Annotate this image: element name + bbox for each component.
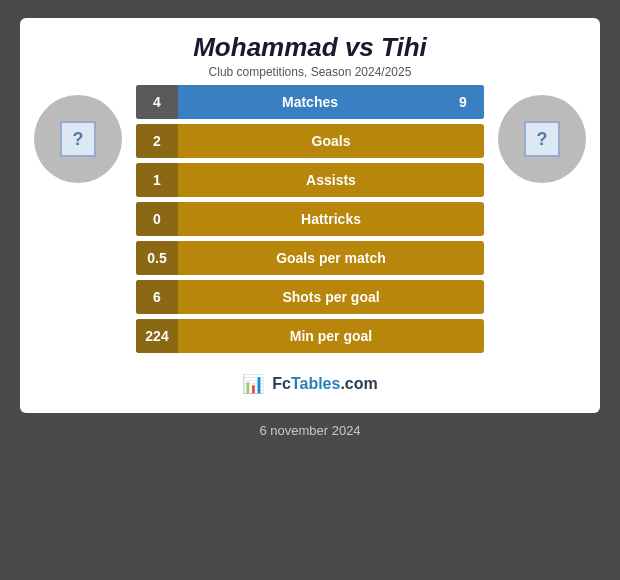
question-mark-left: ? [73, 129, 84, 150]
stat-row-matches: 4 Matches 9 [136, 85, 484, 119]
stat-left-matches: 4 [136, 85, 178, 119]
stat-label-goals: Goals [178, 124, 484, 158]
stat-row-hattricks: 0 Hattricks [136, 202, 484, 236]
stat-left-goals: 2 [136, 124, 178, 158]
subtitle: Club competitions, Season 2024/2025 [193, 65, 427, 79]
stat-right-matches: 9 [442, 85, 484, 119]
logo-text: FcTables.com [272, 375, 378, 393]
stat-row-min-per-goal: 224 Min per goal [136, 319, 484, 353]
stat-label-min-per-goal: Min per goal [178, 319, 484, 353]
stat-label-matches: Matches [178, 85, 442, 119]
player-left-avatar-placeholder: ? [60, 121, 96, 157]
title-section: Mohammad vs Tihi Club competitions, Seas… [193, 32, 427, 79]
logo-section: 📊 FcTables.com [220, 365, 400, 403]
stats-column: 4 Matches 9 2 Goals 1 Assists 0 Hatt [128, 85, 492, 353]
player-right-avatar-placeholder: ? [524, 121, 560, 157]
players-and-stats: ? 4 Matches 9 2 Goals 1 A [20, 85, 600, 353]
date-text: 6 november 2024 [259, 423, 360, 438]
stat-row-assists: 1 Assists [136, 163, 484, 197]
stat-left-assists: 1 [136, 163, 178, 197]
question-mark-right: ? [537, 129, 548, 150]
stat-label-assists: Assists [178, 163, 484, 197]
logo-icon: 📊 [242, 373, 264, 395]
stat-left-shots-per-goal: 6 [136, 280, 178, 314]
avatar-left: ? [34, 95, 122, 183]
page-wrapper: Mohammad vs Tihi Club competitions, Seas… [0, 0, 620, 580]
page-title: Mohammad vs Tihi [193, 32, 427, 63]
stat-left-goals-per-match: 0.5 [136, 241, 178, 275]
stat-row-goals-per-match: 0.5 Goals per match [136, 241, 484, 275]
stat-label-goals-per-match: Goals per match [178, 241, 484, 275]
stat-row-goals: 2 Goals [136, 124, 484, 158]
stat-label-shots-per-goal: Shots per goal [178, 280, 484, 314]
stat-left-hattricks: 0 [136, 202, 178, 236]
stat-left-min-per-goal: 224 [136, 319, 178, 353]
stat-row-shots-per-goal: 6 Shots per goal [136, 280, 484, 314]
stat-label-hattricks: Hattricks [178, 202, 484, 236]
stats-card: Mohammad vs Tihi Club competitions, Seas… [20, 18, 600, 413]
avatar-right: ? [498, 95, 586, 183]
